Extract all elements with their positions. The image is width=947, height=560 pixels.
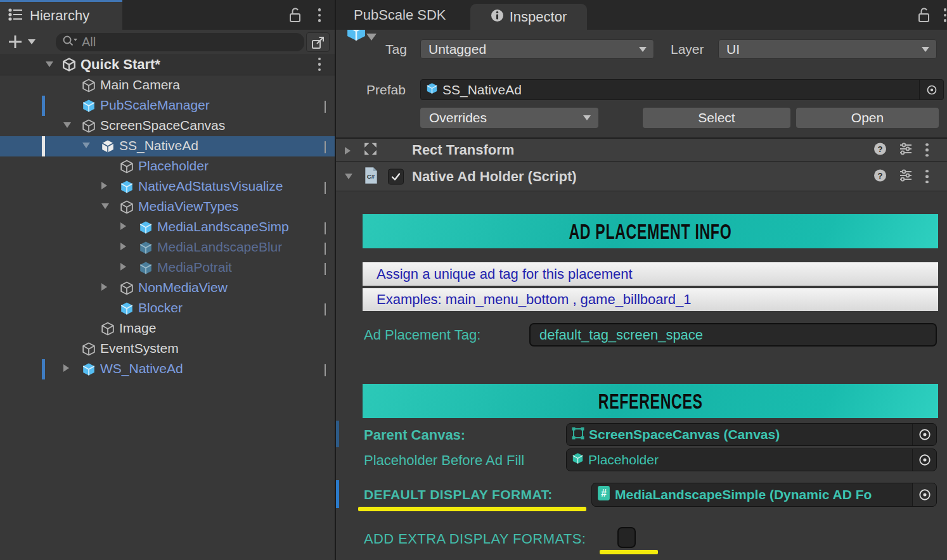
object-picker-target-icon[interactable] xyxy=(912,483,936,506)
search-input[interactable] xyxy=(82,35,266,49)
svg-text:C#: C# xyxy=(367,172,375,179)
references-banner: REFERENCES xyxy=(363,384,938,418)
create-object-button[interactable] xyxy=(8,34,35,49)
hierarchy-item-placeholder[interactable]: Placeholder xyxy=(0,156,335,177)
prefab-open-chevron-icon[interactable] xyxy=(325,264,326,276)
prefab-label: Prefab xyxy=(366,82,406,98)
inspector-tabbar: PubScale SDK Inspector xyxy=(336,0,947,30)
presets-icon[interactable] xyxy=(899,142,913,158)
foldout-arrow-icon[interactable] xyxy=(101,182,107,189)
default-display-format-object-field[interactable]: # MediaLandscapeSimple (Dynamic AD Fo xyxy=(591,483,937,507)
select-button[interactable]: Select xyxy=(643,108,790,128)
hierarchy-tree: Main Camera PubScaleManager ScreenSpaceC… xyxy=(0,75,335,560)
hierarchy-item-mediaviewtypes[interactable]: MediaViewTypes xyxy=(0,197,335,217)
chevron-down-icon xyxy=(583,115,591,120)
override-left-bar xyxy=(42,319,45,339)
foldout-arrow-icon[interactable] xyxy=(120,263,126,270)
prefab-open-chevron-icon[interactable] xyxy=(325,244,326,255)
tab-hierarchy[interactable]: Hierarchy xyxy=(0,0,122,30)
component-menu-kebab-icon[interactable] xyxy=(925,143,929,157)
hierarchy-item-pubscalemanager[interactable]: PubScaleManager xyxy=(0,96,335,116)
gameobject-foldout-caret-icon[interactable] xyxy=(366,34,377,41)
foldout-arrow-icon[interactable] xyxy=(345,174,352,179)
tag-dropdown[interactable]: Untagged xyxy=(420,39,654,59)
prefab-object-field[interactable]: SS_NativeAd xyxy=(420,79,944,100)
help-icon[interactable]: ? xyxy=(873,169,887,184)
object-picker-target-icon[interactable] xyxy=(912,449,936,471)
override-left-bar xyxy=(42,339,45,359)
foldout-arrow-icon[interactable] xyxy=(120,222,126,230)
object-picker-target-icon[interactable] xyxy=(912,424,936,445)
object-picker-target-icon[interactable] xyxy=(919,80,943,99)
cube-outline-icon xyxy=(119,159,134,174)
component-enabled-checkbox[interactable] xyxy=(388,169,404,184)
override-left-bar xyxy=(42,359,45,379)
foldout-arrow-icon[interactable] xyxy=(63,364,69,372)
scene-picking-icon[interactable] xyxy=(306,32,330,52)
prefab-cube-icon xyxy=(81,98,96,113)
component-header-native-ad-holder[interactable]: C# Native Ad Holder (Script) ? xyxy=(336,162,947,191)
hierarchy-menu-kebab-icon[interactable] xyxy=(318,8,321,22)
component-header-rect-transform[interactable]: Rect Transform ? xyxy=(336,139,947,162)
foldout-arrow-icon[interactable] xyxy=(101,203,109,209)
presets-icon[interactable] xyxy=(899,169,913,185)
foldout-arrow-icon[interactable] xyxy=(120,243,126,250)
open-button[interactable]: Open xyxy=(796,108,939,128)
foldout-arrow-icon[interactable] xyxy=(63,122,71,128)
component-menu-kebab-icon[interactable] xyxy=(925,170,929,184)
prefab-open-chevron-icon[interactable] xyxy=(325,224,326,235)
foldout-arrow-icon[interactable] xyxy=(101,283,107,291)
hierarchy-item-label: EventSystem xyxy=(100,341,179,356)
info-icon xyxy=(491,9,504,25)
placeholder-object-field[interactable]: Placeholder xyxy=(566,449,937,471)
override-left-bar xyxy=(42,217,45,238)
scene-menu-kebab-icon[interactable] xyxy=(318,58,321,72)
hierarchy-item-label: ScreenSpaceCanvas xyxy=(100,118,225,133)
override-left-bar xyxy=(42,177,45,197)
prefab-cube-icon xyxy=(571,452,584,468)
info-line: Examples: main_menu_bottom , game_billbo… xyxy=(363,288,938,311)
hierarchy-item-mediapotrait[interactable]: MediaPotrait xyxy=(0,258,335,278)
hierarchy-search[interactable] xyxy=(56,33,304,51)
help-icon[interactable]: ? xyxy=(873,142,887,158)
parent-canvas-object-field[interactable]: ScreenSpaceCanvas (Canvas) xyxy=(566,423,937,446)
svg-text:#: # xyxy=(601,488,607,499)
ad-placement-tag-input[interactable] xyxy=(529,323,937,347)
hierarchy-item-medialandscapesimp[interactable]: MediaLandscapeSimp xyxy=(0,217,335,238)
tab-inspector[interactable]: Inspector xyxy=(470,4,587,30)
lock-open-icon[interactable] xyxy=(287,6,303,26)
parent-canvas-label: Parent Canvas: xyxy=(364,427,465,443)
overrides-dropdown[interactable]: Overrides xyxy=(420,108,598,128)
hierarchy-item-blocker[interactable]: Blocker xyxy=(0,298,335,319)
foldout-arrow-icon[interactable] xyxy=(345,147,351,155)
hierarchy-item-main-camera[interactable]: Main Camera xyxy=(0,75,335,96)
hierarchy-item-image[interactable]: Image xyxy=(0,319,335,339)
prefab-open-chevron-icon[interactable] xyxy=(325,366,326,377)
tab-pubscale-sdk[interactable]: PubScale SDK xyxy=(354,0,446,30)
create-menu-caret-icon[interactable] xyxy=(28,39,35,44)
lock-open-icon[interactable] xyxy=(916,6,932,26)
inspector-menu-kebab-icon[interactable] xyxy=(944,8,947,22)
hierarchy-item-eventsystem[interactable]: EventSystem xyxy=(0,339,335,359)
hierarchy-item-label: Image xyxy=(119,321,156,336)
default-display-format-label: DEFAULT DISPLAY FORMAT: xyxy=(364,487,553,502)
prefab-open-chevron-icon[interactable] xyxy=(325,183,326,194)
chevron-down-icon xyxy=(639,47,647,52)
prefab-open-chevron-icon[interactable] xyxy=(325,305,326,316)
layer-dropdown[interactable]: UI xyxy=(718,39,937,59)
scriptable-object-icon: # xyxy=(596,485,611,504)
scene-foldout-arrow-icon[interactable] xyxy=(46,61,53,67)
hierarchy-item-ws-nativead[interactable]: WS_NativeAd xyxy=(0,359,335,379)
cube-outline-icon xyxy=(119,200,134,215)
hierarchy-item-label: Main Camera xyxy=(100,77,180,92)
foldout-arrow-icon[interactable] xyxy=(82,143,90,148)
hierarchy-item-screenspacecanvas[interactable]: ScreenSpaceCanvas xyxy=(0,116,335,136)
hierarchy-item-nonmediaview[interactable]: NonMediaView xyxy=(0,278,335,298)
hierarchy-item-ss-nativead[interactable]: SS_NativeAd xyxy=(0,136,335,156)
add-extra-display-formats-checkbox[interactable] xyxy=(617,527,636,548)
prefab-open-chevron-icon[interactable] xyxy=(325,102,326,113)
scene-header-quick-start[interactable]: Quick Start* xyxy=(0,54,335,75)
hierarchy-item-medialandscapeblur[interactable]: MediaLandscapeBlur xyxy=(0,238,335,258)
hierarchy-item-nativeadstatusvisualize[interactable]: NativeAdStatusVisualize xyxy=(0,177,335,197)
prefab-open-chevron-icon[interactable] xyxy=(325,143,326,154)
